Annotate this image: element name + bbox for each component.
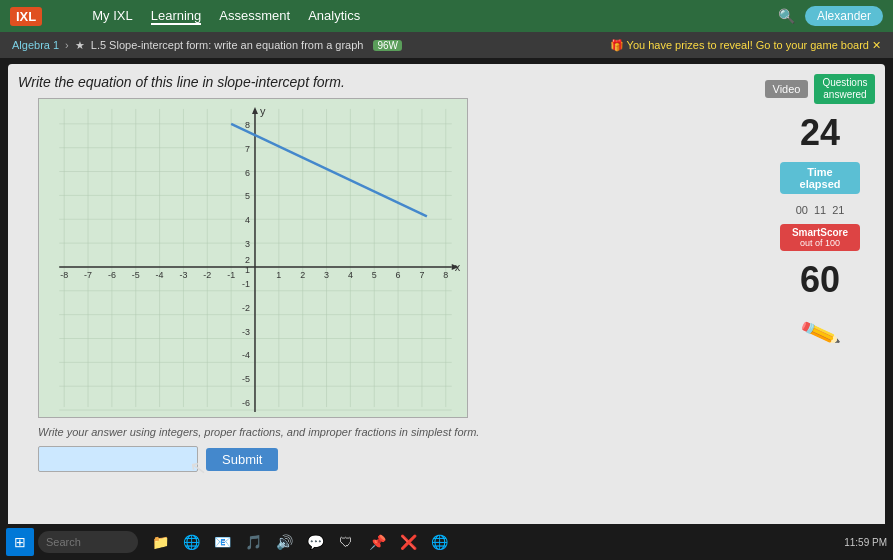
svg-text:-5: -5	[132, 270, 140, 280]
smartscore-value: 60	[800, 259, 840, 301]
svg-text:3: 3	[324, 270, 329, 280]
svg-text:-3: -3	[242, 327, 250, 337]
graph-svg: y x -8 -7 -6 -5 -4 -3 -2 -1 1 2 3 4	[39, 99, 467, 417]
taskbar-time: 11:59 PM	[844, 537, 887, 548]
breadcrumb-skill: L.5 Slope-intercept form: write an equat…	[91, 39, 364, 51]
svg-text:2: 2	[300, 270, 305, 280]
search-icon[interactable]: 🔍	[778, 8, 795, 24]
time-elapsed-box: Time elapsed	[780, 162, 860, 194]
svg-text:4: 4	[245, 215, 250, 225]
time-m: 11	[814, 204, 826, 216]
svg-text:8: 8	[443, 270, 448, 280]
svg-text:-7: -7	[84, 270, 92, 280]
answer-instruction: Write your answer using integers, proper…	[38, 426, 755, 438]
svg-text:-6: -6	[108, 270, 116, 280]
logo-area: IXL	[10, 7, 42, 26]
svg-text:6: 6	[245, 168, 250, 178]
pencil-icon: ✏️	[798, 312, 842, 355]
taskbar-icon-9[interactable]: ❌	[394, 528, 422, 556]
svg-text:-1: -1	[242, 279, 250, 289]
taskbar-right: 11:59 PM	[844, 537, 887, 548]
svg-text:-6: -6	[242, 398, 250, 408]
svg-text:3: 3	[245, 239, 250, 249]
svg-text:5: 5	[245, 191, 250, 201]
svg-text:1: 1	[276, 270, 281, 280]
svg-text:y: y	[260, 105, 266, 117]
taskbar-icon-2[interactable]: 🌐	[177, 528, 205, 556]
svg-text:-2: -2	[242, 303, 250, 313]
breadcrumb-course[interactable]: Algebra 1	[12, 39, 59, 51]
svg-text:5: 5	[372, 270, 377, 280]
prize-close[interactable]: ✕	[872, 39, 881, 51]
taskbar-icon-4[interactable]: 🎵	[239, 528, 267, 556]
svg-text:-2: -2	[203, 270, 211, 280]
svg-text:-3: -3	[179, 270, 187, 280]
svg-text:-8: -8	[60, 270, 68, 280]
prize-link[interactable]: Go to your game board	[756, 39, 869, 51]
video-button[interactable]: Video	[765, 80, 809, 98]
breadcrumb-score: 96W	[373, 40, 402, 51]
graph-container: y x -8 -7 -6 -5 -4 -3 -2 -1 1 2 3 4	[38, 98, 468, 418]
prize-area: 🎁 You have prizes to reveal! Go to your …	[610, 39, 881, 52]
svg-text:-4: -4	[242, 350, 250, 360]
video-questions-row: Video Questions answered	[765, 74, 875, 104]
svg-text:8: 8	[245, 120, 250, 130]
svg-text:-5: -5	[242, 374, 250, 384]
time-numbers: 00 11 21	[796, 204, 845, 216]
svg-text:7: 7	[245, 144, 250, 154]
svg-text:7: 7	[419, 270, 424, 280]
question-title: Write the equation of this line in slope…	[18, 74, 755, 90]
svg-text:4: 4	[348, 270, 353, 280]
answer-input-area: Submit	[38, 446, 755, 472]
breadcrumb-star: ★	[75, 39, 85, 52]
svg-rect-0	[39, 99, 466, 417]
svg-text:2: 2	[245, 255, 250, 265]
nav-links: My IXL Learning Assessment Analytics	[92, 8, 360, 25]
nav-assessment[interactable]: Assessment	[219, 8, 290, 25]
start-button[interactable]: ⊞	[6, 528, 34, 556]
breadcrumb-sep1: ›	[65, 39, 69, 51]
smartscore-sub: out of 100	[788, 238, 852, 248]
nav-myixl[interactable]: My IXL	[92, 8, 132, 25]
navbar: IXL My IXL Learning Assessment Analytics…	[0, 0, 893, 32]
taskbar-icons: 📁 🌐 📧 🎵 🔊 💬 🛡 📌 ❌ 🌐	[146, 528, 453, 556]
main-content: Write the equation of this line in slope…	[8, 64, 885, 534]
score-count: 24	[800, 112, 840, 154]
questions-answered-button[interactable]: Questions answered	[814, 74, 875, 104]
left-content: Write the equation of this line in slope…	[18, 74, 755, 524]
nav-analytics[interactable]: Analytics	[308, 8, 360, 25]
smartscore-label: SmartScore	[788, 227, 852, 238]
svg-text:1: 1	[245, 265, 250, 275]
taskbar: ⊞ 📁 🌐 📧 🎵 🔊 💬 🛡 📌 ❌ 🌐 11:59 PM	[0, 524, 893, 560]
prize-text: You have prizes to reveal!	[627, 39, 753, 51]
nav-learning[interactable]: Learning	[151, 8, 202, 25]
svg-text:-1: -1	[227, 270, 235, 280]
answer-input[interactable]	[38, 446, 198, 472]
taskbar-icon-5[interactable]: 🔊	[270, 528, 298, 556]
logo-icon: IXL	[10, 7, 42, 26]
svg-text:6: 6	[396, 270, 401, 280]
taskbar-icon-10[interactable]: 🌐	[425, 528, 453, 556]
smartscore-box: SmartScore out of 100	[780, 224, 860, 251]
breadcrumb: Algebra 1 › ★ L.5 Slope-intercept form: …	[0, 32, 893, 58]
user-button[interactable]: Alexander	[805, 6, 883, 26]
nav-right: 🔍 Alexander	[778, 6, 883, 26]
time-s: 21	[832, 204, 844, 216]
svg-text:x: x	[455, 261, 461, 273]
taskbar-icon-8[interactable]: 📌	[363, 528, 391, 556]
taskbar-icon-6[interactable]: 💬	[301, 528, 329, 556]
right-panel: Video Questions answered 24 Time elapsed…	[765, 74, 875, 524]
time-h: 00	[796, 204, 808, 216]
taskbar-search-input[interactable]	[38, 531, 138, 553]
taskbar-icon-7[interactable]: 🛡	[332, 528, 360, 556]
taskbar-icon-3[interactable]: 📧	[208, 528, 236, 556]
taskbar-icon-1[interactable]: 📁	[146, 528, 174, 556]
submit-button[interactable]: Submit	[206, 448, 278, 471]
svg-text:-4: -4	[156, 270, 164, 280]
